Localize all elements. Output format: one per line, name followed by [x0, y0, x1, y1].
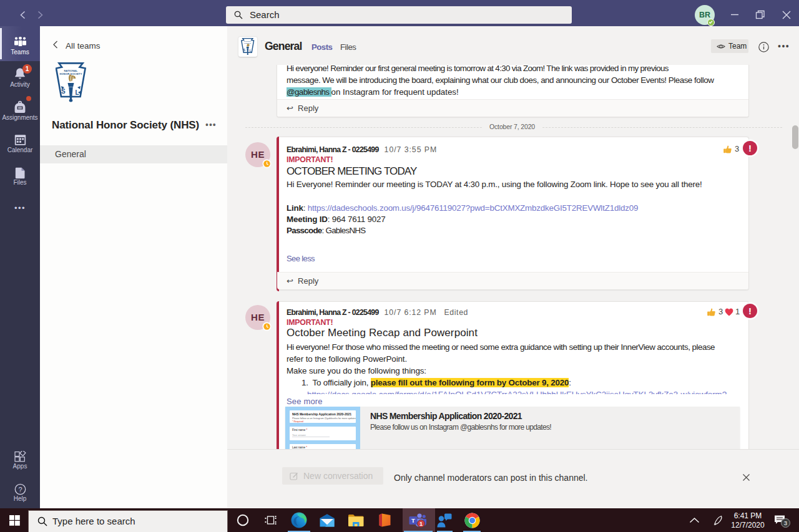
- svg-text:L: L: [250, 49, 252, 52]
- svg-text:?: ?: [18, 486, 22, 493]
- svg-text:NATIONAL: NATIONAL: [244, 41, 252, 42]
- svg-text:T: T: [411, 517, 415, 524]
- svg-text:HONOR S.: HONOR S.: [244, 42, 252, 44]
- svg-text:HONOR SOCIETY: HONOR SOCIETY: [59, 72, 82, 75]
- svg-text:S: S: [243, 49, 245, 52]
